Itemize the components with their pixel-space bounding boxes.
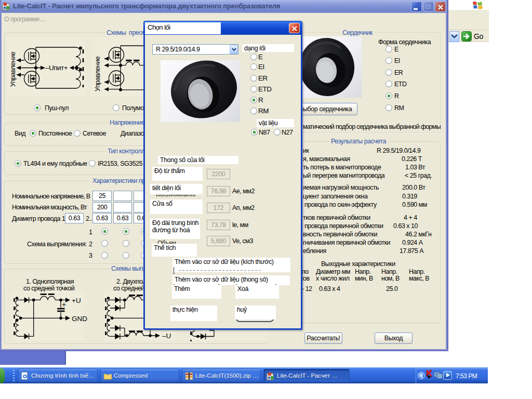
svg-text:GND: GND <box>72 315 87 323</box>
svg-text:+: + <box>62 300 66 309</box>
svg-text:+U: +U <box>72 297 81 304</box>
svg-text:–U: –U <box>162 332 171 340</box>
